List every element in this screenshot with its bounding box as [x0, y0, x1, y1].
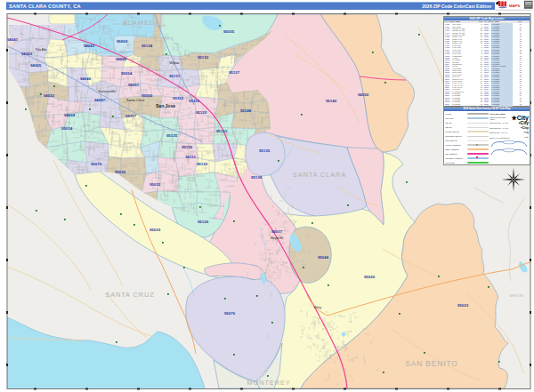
svg-text:Palo Alto: Palo Alto — [36, 48, 47, 52]
svg-text:94041: 94041 — [7, 37, 19, 42]
svg-text:MAPS: MAPS — [509, 4, 520, 8]
svg-text:Morgan Hill: Morgan Hill — [271, 236, 284, 240]
svg-text:95134: 95134 — [142, 44, 153, 48]
svg-text:95135: 95135 — [259, 148, 271, 153]
svg-text:95054: 95054 — [121, 71, 133, 76]
svg-text:95051: 95051 — [128, 83, 140, 87]
svg-text:95002: 95002 — [117, 39, 128, 44]
svg-text:95046: 95046 — [318, 255, 329, 260]
svg-text:94305: 94305 — [30, 63, 42, 68]
svg-text:95140: 95140 — [326, 99, 337, 103]
svg-text:ALAMEDA: ALAMEDA — [123, 19, 160, 27]
svg-text:95138: 95138 — [251, 175, 263, 180]
svg-text:MONTEREY: MONTEREY — [247, 379, 290, 387]
svg-text:95023: 95023 — [457, 303, 469, 308]
svg-text:94040: 94040 — [80, 76, 92, 81]
svg-text:95037: 95037 — [271, 229, 283, 234]
svg-text:94303: 94303 — [21, 52, 33, 56]
svg-text:San Jose: San Jose — [156, 103, 175, 108]
svg-text:95030: 95030 — [115, 170, 126, 174]
svg-text:95112: 95112 — [173, 96, 184, 100]
svg-text:95123: 95123 — [197, 162, 208, 166]
svg-text:94022: 94022 — [44, 93, 55, 98]
svg-text:95117: 95117 — [125, 114, 137, 118]
svg-text:95132: 95132 — [198, 55, 209, 60]
svg-text:Milpitas: Milpitas — [170, 61, 180, 65]
svg-text:95116: 95116 — [189, 99, 200, 103]
svg-text:95076: 95076 — [224, 311, 236, 316]
svg-text:MERCED: MERCED — [510, 294, 524, 298]
svg-text:95122: 95122 — [196, 110, 207, 115]
svg-text:94089: 94089 — [116, 57, 127, 61]
svg-text:95014: 95014 — [61, 126, 73, 131]
svg-text:95033: 95033 — [150, 228, 161, 232]
svg-text:Santa Clara: Santa Clara — [126, 99, 145, 102]
svg-text:95070: 95070 — [91, 162, 102, 166]
svg-text:95148: 95148 — [240, 108, 252, 113]
svg-text:SANTA CLARA: SANTA CLARA — [293, 171, 346, 179]
svg-text:94087: 94087 — [94, 98, 106, 102]
svg-text:95125: 95125 — [166, 133, 178, 138]
svg-text:95032: 95032 — [150, 182, 161, 187]
svg-text:Gilroy: Gilroy — [314, 306, 322, 309]
svg-text:95131: 95131 — [169, 74, 181, 78]
svg-text:94024: 94024 — [64, 113, 76, 117]
svg-text:94550: 94550 — [358, 92, 369, 97]
svg-text:95121: 95121 — [216, 129, 228, 133]
svg-text:SAN BENITO: SAN BENITO — [405, 359, 458, 368]
svg-text:95020: 95020 — [364, 275, 376, 279]
svg-text:95050: 95050 — [142, 93, 153, 98]
svg-text:95035: 95035 — [223, 29, 235, 34]
svg-text:95111: 95111 — [185, 155, 196, 159]
svg-text:95136: 95136 — [182, 145, 193, 149]
svg-text:95127: 95127 — [229, 70, 240, 75]
svg-text:SANTA CRUZ: SANTA CRUZ — [105, 291, 154, 299]
svg-text:95120: 95120 — [198, 220, 209, 224]
svg-text:94043: 94043 — [84, 44, 95, 48]
svg-text:Sunnyvale: Sunnyvale — [98, 89, 116, 93]
